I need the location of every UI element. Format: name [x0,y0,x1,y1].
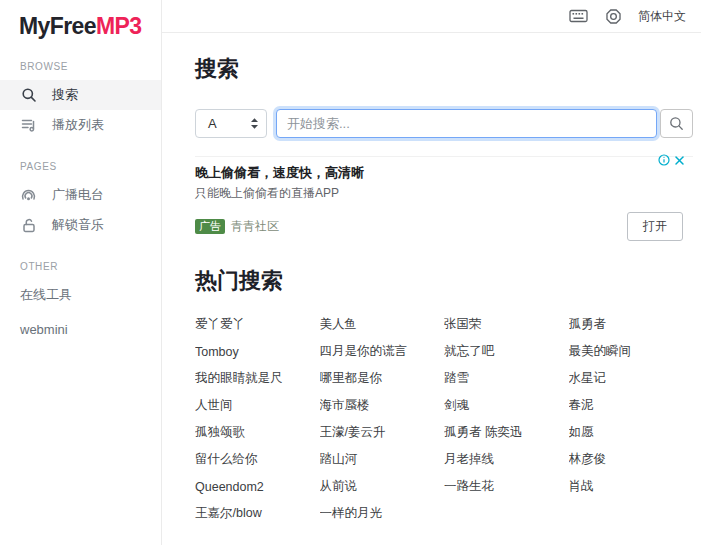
app-logo[interactable]: MyFreeMP3 [0,0,161,40]
sidebar-item-label: 广播电台 [52,186,104,204]
hot-search-item[interactable]: 最美的瞬间 [569,338,694,365]
ad-subtitle[interactable]: 只能晚上偷偷看的直播APP [195,185,693,202]
hot-search-item[interactable]: 孤独颂歌 [195,419,320,446]
ad-open-button[interactable]: 打开 [627,212,683,241]
sidebar-item-label: 解锁音乐 [52,216,104,234]
hot-search-item[interactable]: 就忘了吧 [444,338,569,365]
page-title: 搜索 [195,54,693,84]
hot-search-item[interactable]: 我的眼睛就是尺 [195,365,320,392]
hot-search-item[interactable]: Tomboy [195,338,320,365]
hot-search-item[interactable]: 剑魂 [444,392,569,419]
hot-search-item[interactable]: 春泥 [569,392,694,419]
hot-search-item[interactable]: 海市蜃楼 [320,392,445,419]
unlock-icon [20,217,37,234]
language-selector[interactable]: 简体中文 [638,8,686,25]
search-input[interactable] [276,109,657,138]
ad-close-icon[interactable] [674,155,685,166]
hot-search-item[interactable]: 王濛/姜云升 [320,419,445,446]
hot-search-item[interactable]: 如愿 [569,419,694,446]
hot-search-item[interactable]: 美人鱼 [320,311,445,338]
sidebar-item-label: 在线工具 [20,286,72,304]
search-submit-button[interactable] [660,109,693,138]
settings-icon[interactable] [603,8,623,24]
hot-searches-grid: 爱丫爱丫美人鱼张国荣孤勇者Tomboy四月是你的谎言就忘了吧最美的瞬间我的眼睛就… [195,311,693,527]
source-select[interactable]: A [195,109,267,138]
hot-search-item[interactable]: 水星记 [569,365,694,392]
hot-searches-title: 热门搜索 [195,266,693,296]
radio-icon [20,187,37,204]
magnifier-icon [669,116,684,131]
search-bar: A [195,109,693,138]
ad-advertiser[interactable]: 青青社区 [231,218,279,235]
hot-search-item[interactable]: 从前说 [320,473,445,500]
sidebar-item-online-tools[interactable]: 在线工具 [0,280,161,310]
hot-search-item[interactable]: 留什么给你 [195,446,320,473]
hot-search-item[interactable]: 人世间 [195,392,320,419]
ad-info-icon[interactable] [658,154,670,166]
topbar: 简体中文 [162,0,701,33]
ad-badge: 广告 [195,219,225,234]
hot-search-item[interactable]: 四月是你的谎言 [320,338,445,365]
source-select-value: A [208,116,217,131]
sidebar-item-radio[interactable]: 广播电台 [0,180,161,210]
sidebar-item-unlock-music[interactable]: 解锁音乐 [0,210,161,240]
sidebar: MyFreeMP3 BROWSE 搜索 播放列表 PAGES 广播电台 [0,0,162,545]
hot-search-item[interactable]: 踏雪 [444,365,569,392]
hot-search-item[interactable]: 哪里都是你 [320,365,445,392]
sidebar-section-other: OTHER [20,261,161,272]
hot-search-item[interactable]: 肖战 [569,473,694,500]
select-arrows-icon [250,117,259,130]
content: 搜索 A [162,33,701,527]
main-area: 简体中文 搜索 A [162,0,701,545]
hot-search-item[interactable]: 爱丫爱丫 [195,311,320,338]
hot-search-item[interactable]: 一路生花 [444,473,569,500]
hot-search-item[interactable]: 孤勇者 [569,311,694,338]
ad-title[interactable]: 晚上偷偷看，速度快，高清晰 [195,164,693,182]
sidebar-section-browse: BROWSE [20,61,161,72]
hot-search-item[interactable]: 踏山河 [320,446,445,473]
sidebar-item-label: 播放列表 [52,116,104,134]
sidebar-section-pages: PAGES [20,161,161,172]
keyboard-icon[interactable] [568,8,588,24]
logo-accent: MP3 [96,13,142,39]
playlist-icon [20,117,37,134]
hot-search-item[interactable]: 月老掉线 [444,446,569,473]
hot-search-item[interactable]: 林彦俊 [569,446,694,473]
logo-primary: MyFree [19,13,96,39]
sidebar-item-search[interactable]: 搜索 [0,80,161,110]
sidebar-item-webmini[interactable]: webmini [0,314,161,344]
sidebar-item-playlist[interactable]: 播放列表 [0,110,161,140]
sidebar-item-label: webmini [20,322,68,337]
hot-search-item[interactable]: 张国荣 [444,311,569,338]
ad-banner: 晚上偷偷看，速度快，高清晰 只能晚上偷偷看的直播APP 广告 青青社区 打开 [195,156,693,237]
hot-search-item[interactable]: Queendom2 [195,473,320,500]
sidebar-item-label: 搜索 [52,86,78,104]
hot-search-item[interactable]: 一样的月光 [320,500,445,527]
hot-search-item[interactable]: 孤勇者 陈奕迅 [444,419,569,446]
hot-search-item[interactable]: 王嘉尔/blow [195,500,320,527]
search-icon [20,87,37,104]
